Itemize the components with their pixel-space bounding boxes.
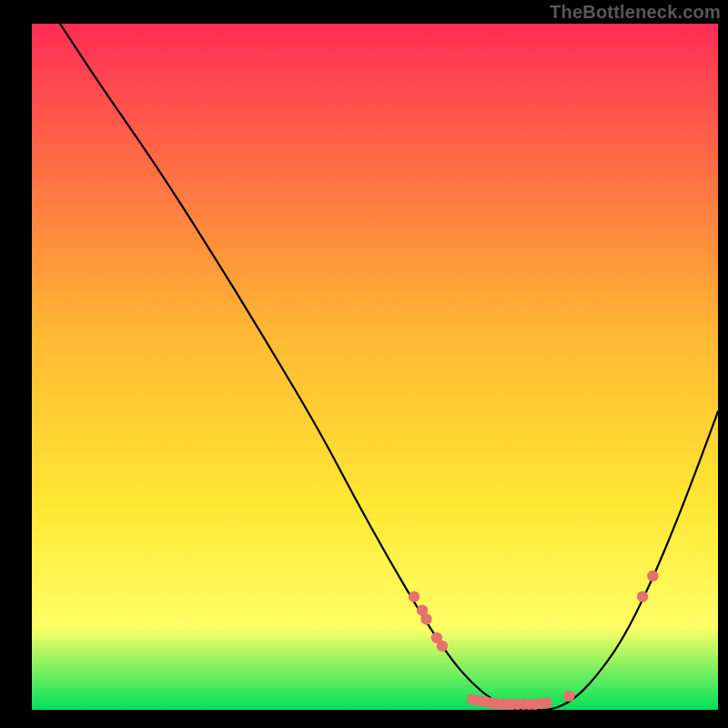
gradient-background xyxy=(32,24,718,710)
data-marker xyxy=(637,591,648,602)
data-marker xyxy=(541,697,551,708)
data-marker xyxy=(437,641,448,652)
data-marker xyxy=(420,613,431,624)
bottleneck-plot xyxy=(0,0,728,728)
chart-stage: TheBottleneck.com xyxy=(0,0,728,728)
data-marker xyxy=(647,571,658,581)
data-marker xyxy=(563,691,574,702)
data-marker xyxy=(409,591,420,602)
watermark-text: TheBottleneck.com xyxy=(550,2,721,23)
